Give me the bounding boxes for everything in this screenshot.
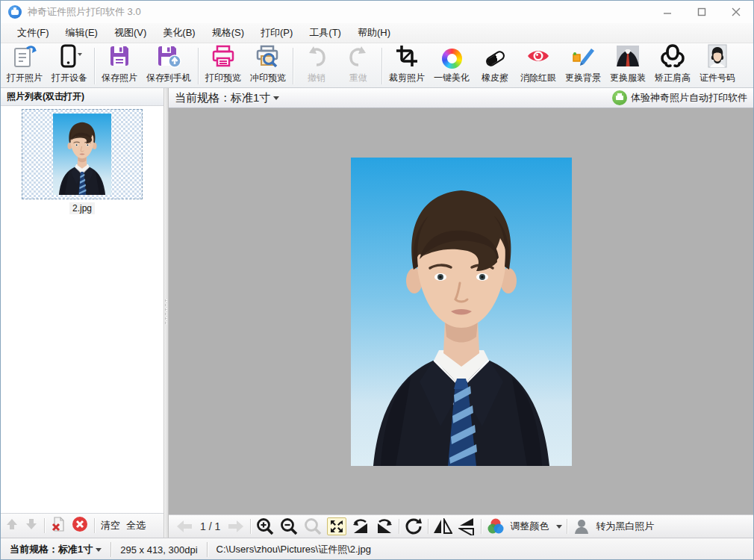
eraser-icon	[484, 49, 506, 68]
menu-beautify[interactable]: 美化(B)	[155, 23, 202, 43]
select-all-button[interactable]: 全选	[126, 519, 146, 532]
clear-list-button[interactable]: 清空	[101, 519, 120, 532]
next-photo-button[interactable]	[226, 517, 246, 535]
content-area: 照片列表(双击打开) 2.jpg 清空 全选	[1, 88, 753, 538]
photo-list-toolbar: 清空 全选	[1, 513, 163, 538]
save-to-phone-icon	[155, 44, 182, 71]
move-down-button[interactable]	[25, 517, 38, 534]
chevron-down-icon[interactable]	[273, 96, 279, 100]
separator	[481, 519, 482, 534]
current-photo	[351, 158, 572, 466]
spec-bar: 当前规格：标准1寸 体验神奇照片自动打印软件	[169, 88, 753, 108]
undo-icon	[305, 44, 328, 71]
open-device-button[interactable]: 打开设备	[47, 45, 92, 87]
photo-canvas[interactable]	[169, 108, 753, 514]
person-icon	[572, 517, 591, 535]
zoom-out-button[interactable]	[279, 517, 299, 535]
fix-shoulder-button[interactable]: 矫正肩高	[650, 45, 695, 87]
eraser-button[interactable]: 橡皮擦	[474, 45, 516, 87]
id-number-button[interactable]: 证件号码	[695, 45, 740, 87]
status-bar: 当前规格： 标准1寸 295 x 413, 300dpi C:\Users\zh…	[1, 538, 753, 560]
toolbar-separator	[198, 48, 199, 84]
chevron-down-icon[interactable]	[96, 548, 102, 552]
separator	[44, 518, 45, 533]
move-up-button[interactable]	[5, 517, 19, 534]
maximize-button[interactable]	[685, 1, 719, 23]
crop-photo-button[interactable]: 裁剪照片	[384, 45, 429, 87]
print-preview-button[interactable]: 打印预览	[201, 45, 246, 87]
zoom-actual-button[interactable]	[303, 517, 323, 535]
photo-thumbnail[interactable]	[22, 109, 143, 199]
red-eye-icon	[526, 45, 551, 70]
one-key-beautify-button[interactable]: 一键美化	[429, 45, 474, 87]
shoulder-height-icon	[660, 44, 685, 71]
open-photo-icon	[12, 44, 37, 71]
flip-vertical-button[interactable]	[457, 517, 476, 535]
change-background-icon	[570, 44, 596, 71]
status-spec[interactable]: 当前规格： 标准1寸	[1, 543, 110, 556]
crop-photo-icon	[395, 44, 419, 71]
menu-spec[interactable]: 规格(S)	[205, 23, 252, 43]
page-indicator: 1 / 1	[200, 520, 220, 532]
menu-help[interactable]: 帮助(H)	[350, 23, 398, 43]
window-title: 神奇证件照片打印软件 3.0	[28, 5, 141, 19]
menu-bar: 文件(F) 编辑(E) 视图(V) 美化(B) 规格(S) 打印(P) 工具(T…	[1, 23, 753, 43]
redo-icon	[346, 44, 370, 71]
thumbnail-filename: 2.jpg	[69, 202, 95, 214]
current-spec-label: 当前规格：标准1寸	[175, 91, 270, 105]
promo-link[interactable]: 体验神奇照片自动打印软件	[612, 90, 747, 105]
save-to-phone-button[interactable]: 保存到手机	[142, 45, 196, 87]
fit-to-window-button[interactable]	[327, 517, 346, 535]
flip-horizontal-button[interactable]	[433, 517, 452, 535]
delete-photo-button[interactable]	[51, 517, 66, 535]
delete-all-button[interactable]	[72, 516, 88, 535]
prev-photo-button[interactable]	[175, 517, 194, 535]
adjust-color-button[interactable]: 调整颜色	[510, 520, 549, 533]
rotate-left-button[interactable]	[351, 517, 370, 535]
photo-list[interactable]: 2.jpg	[1, 106, 163, 513]
rotate-right-button[interactable]	[375, 517, 394, 535]
separator	[428, 519, 429, 534]
current-spec-value[interactable]: 标准1寸	[231, 91, 270, 104]
panel-splitter[interactable]	[163, 88, 169, 538]
free-rotate-button[interactable]	[404, 517, 423, 535]
menu-print[interactable]: 打印(P)	[253, 23, 300, 43]
print-preview-icon	[211, 44, 235, 71]
photo-list-panel: 照片列表(双击打开) 2.jpg 清空 全选	[1, 88, 163, 538]
remove-red-eye-button[interactable]: 消除红眼	[516, 45, 561, 87]
menu-file[interactable]: 文件(F)	[10, 23, 57, 43]
separator	[399, 519, 399, 534]
change-background-button[interactable]: 更换背景	[561, 45, 605, 87]
to-black-white-button[interactable]: 转为黑白照片	[596, 520, 654, 533]
undo-button[interactable]: 撤销	[296, 45, 337, 87]
id-number-icon	[708, 44, 727, 71]
main-toolbar: 打开照片 打开设备 保存照片 保存到手机 打印预览	[1, 43, 753, 88]
minimize-button[interactable]	[650, 1, 685, 23]
auto-print-icon	[612, 90, 627, 105]
main-area: 当前规格：标准1寸 体验神奇照片自动打印软件 1 / 1	[169, 88, 753, 538]
save-photo-icon	[108, 44, 131, 71]
photo-list-item[interactable]: 2.jpg	[22, 109, 143, 214]
separator	[250, 519, 251, 534]
chevron-down-icon[interactable]	[556, 525, 562, 529]
redo-button[interactable]: 重做	[337, 45, 379, 87]
adjust-color-icon	[486, 517, 505, 535]
promo-label: 体验神奇照片自动打印软件	[631, 91, 747, 105]
menu-view[interactable]: 视图(V)	[107, 23, 154, 43]
open-photo-button[interactable]: 打开照片	[2, 45, 47, 87]
close-button[interactable]	[719, 1, 753, 23]
menu-tools[interactable]: 工具(T)	[302, 23, 349, 43]
beautify-icon	[442, 49, 462, 69]
menu-edit[interactable]: 编辑(E)	[58, 23, 105, 43]
separator	[567, 519, 567, 534]
change-clothes-button[interactable]: 更换服装	[605, 45, 650, 87]
status-file-path: C:\Users\zhou\Pictures\证件照\2.jpg	[208, 543, 380, 556]
separator	[94, 518, 95, 533]
save-photo-button[interactable]: 保存照片	[97, 45, 142, 87]
develop-preview-button[interactable]: 冲印预览	[246, 45, 290, 87]
title-bar: 神奇证件照片打印软件 3.0	[1, 1, 753, 23]
zoom-in-button[interactable]	[255, 517, 275, 535]
splitter-handle	[165, 299, 167, 324]
app-window: 神奇证件照片打印软件 3.0 文件(F) 编辑(E) 视图(V) 美化(B) 规…	[0, 0, 754, 560]
toolbar-separator	[293, 48, 293, 84]
